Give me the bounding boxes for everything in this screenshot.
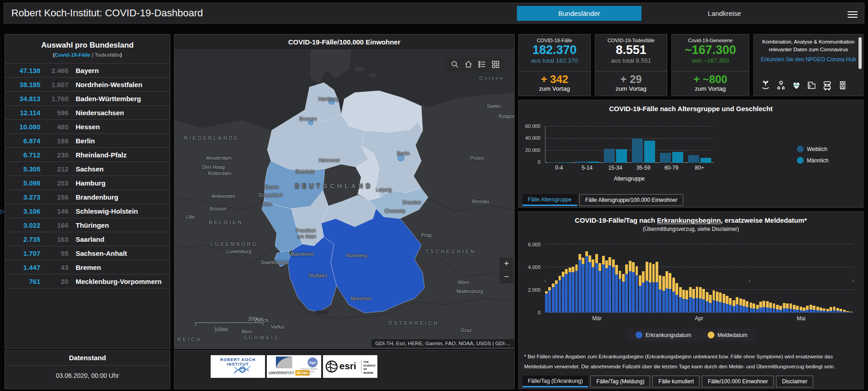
age-x-labels: 0-45-1415-3435-5960-7980+ <box>545 165 714 171</box>
state-row-Niedersachsen[interactable]: 12.114596Niedersachsen <box>5 105 170 119</box>
state-row-Sachsen-Anhalt[interactable]: 1.70755Sachsen-Anhalt <box>5 246 170 260</box>
state-row-Berlin[interactable]: 6.874198Berlin <box>5 133 170 147</box>
daily-bar <box>706 292 709 313</box>
month-separator <box>649 244 649 313</box>
legend-label: Meldedatum <box>718 332 747 338</box>
daily-bar <box>699 287 702 313</box>
legend-item-Männlich[interactable]: Männlich <box>797 157 829 164</box>
tab-faelle-altersgruppe[interactable]: Fälle Altersgruppe <box>522 194 577 206</box>
location-houses-icon[interactable] <box>774 78 788 92</box>
legend-dot <box>708 332 714 338</box>
state-row-Brandenburg[interactable]: 3.273156Brandenburg <box>5 190 170 204</box>
traffic-cars-icon[interactable] <box>820 78 834 92</box>
search-icon[interactable] <box>448 58 462 71</box>
month-label-Mär: Mär <box>592 315 602 322</box>
state-row-Bayern[interactable]: 47.1382.466Bayern <box>5 63 170 77</box>
daily-title-underlined[interactable]: Erkrankungsbeginn <box>657 216 721 224</box>
legend-item-Erkrankungsdatum[interactable]: Erkrankungsdatum <box>636 332 691 338</box>
month-tick <box>853 280 854 282</box>
state-name: Sachsen-Anhalt <box>76 249 127 257</box>
plant-hand-icon[interactable] <box>758 78 772 92</box>
age-x-label: 35-59 <box>629 165 657 171</box>
daily-title-post: , ersatzweise Meldedatum* <box>721 216 807 224</box>
state-name: Brandenburg <box>76 193 118 201</box>
daily-bar <box>696 287 699 313</box>
state-row-Nordrhein-Westfalen[interactable]: 38.1851.607Nordrhein-Westfalen <box>5 77 170 91</box>
uni-bonn-logo[interactable]: UNIVERSITÄTBONN ihph Institut für Hygien… <box>267 355 321 378</box>
bar-Weiblich-80+ <box>688 155 699 163</box>
home-icon[interactable] <box>462 58 475 71</box>
esri-logo[interactable]: esri THE SCIENCE OF WHERE <box>323 355 377 378</box>
state-row-Thüringen[interactable]: 3.022166Thüringen <box>5 218 170 232</box>
state-row-Hessen[interactable]: 10.080480Hessen <box>5 119 170 133</box>
subtitle-cases-label[interactable]: Covid-19-Fälle <box>55 52 91 58</box>
state-row-Bremen[interactable]: 1.44743Bremen <box>5 260 170 274</box>
daily-bars <box>545 244 853 313</box>
state-row-Saarland[interactable]: 2.735163Saarland <box>5 232 170 246</box>
hub-link[interactable]: Erkunden Sie den NPGEO Corona Hub <box>754 56 863 63</box>
state-deaths: 596 <box>40 109 68 117</box>
state-row-Schleswig-Holstein[interactable]: 3.106146Schleswig-Holstein <box>5 204 170 218</box>
ihph-logo: ihph <box>308 357 318 367</box>
state-row-Mecklenburg-Vorpommern[interactable]: 76120Mecklenburg-Vorpommern <box>5 274 170 288</box>
tab-landkreise[interactable]: Landkreise <box>679 6 770 21</box>
basemap-icon[interactable] <box>489 58 502 71</box>
daily-bar <box>786 303 789 313</box>
panel-expand-arrow-icon[interactable]: ▷ <box>0 208 5 215</box>
tab-faelle-100k[interactable]: Fälle/100.000 Einwohner <box>702 376 774 387</box>
health-heart-icon[interactable] <box>789 78 803 92</box>
germany-choropleth-map[interactable]: OstseeStettinBydgoszczHamburgBremenHanno… <box>174 50 514 349</box>
legend-item-Meldedatum[interactable]: Meldedatum <box>708 332 747 338</box>
zoom-in-button[interactable]: + <box>500 258 513 270</box>
daily-chart-panel: COVID-19-Fälle/Tag nach Erkrankungsbegin… <box>518 211 863 389</box>
daily-tabs: Fälle/Tag (Erkrankung) Fälle/Tag (Meldun… <box>522 376 813 387</box>
tab-faelle-tag-erkrankung[interactable]: Fälle/Tag (Erkrankung) <box>522 376 588 387</box>
state-name: Hamburg <box>76 179 106 187</box>
bell-tower-icon[interactable] <box>835 78 849 92</box>
map-label: Düsseldorf <box>259 192 283 198</box>
hub-description: Kombination, Analyse & Kommunikation rel… <box>760 38 857 53</box>
state-cases: 6.712 <box>5 151 40 159</box>
state-cases: 6.874 <box>5 137 40 145</box>
daily-bar <box>776 305 779 313</box>
legend-item-Weiblich[interactable]: Weiblich <box>797 146 829 152</box>
daily-bar <box>806 306 809 313</box>
daily-bar <box>800 307 802 313</box>
daily-bar <box>796 306 799 313</box>
bar-Männlich-60-79 <box>672 152 683 163</box>
map-region-icon[interactable] <box>805 78 819 92</box>
daily-chart-title: COVID-19-Fälle/Tag nach Erkrankungsbegin… <box>519 216 863 224</box>
daily-bar <box>652 264 655 313</box>
cases-label: COVID-19-Fälle <box>519 38 590 43</box>
hamburger-menu-icon[interactable] <box>848 10 858 17</box>
state-deaths: 253 <box>40 179 68 187</box>
tab-faelle-tag-meldung[interactable]: Fälle/Tag (Meldung) <box>590 376 650 387</box>
tab-bundeslaender[interactable]: Bundesländer <box>517 6 641 21</box>
age-group-5-14 <box>573 127 601 163</box>
daily-bar <box>659 275 661 313</box>
state-deaths: 230 <box>40 151 68 159</box>
uni-bonn-glyph <box>276 357 292 368</box>
daily-bar <box>829 307 832 313</box>
subtitle-deaths-label[interactable]: Todesfälle <box>95 52 120 58</box>
daily-bar <box>836 308 839 313</box>
tab-faelle-altersgruppe-100k[interactable]: Fälle Altersgruppe/100.000 Einwohner <box>579 194 683 206</box>
state-list: 47.1382.466Bayern38.1851.607Nordrhein-We… <box>5 63 170 288</box>
state-row-Sachsen[interactable]: 5.305212Sachsen <box>5 161 170 176</box>
daily-bar <box>665 271 668 313</box>
legend-list-icon[interactable] <box>475 58 489 71</box>
state-row-Baden-Württemberg[interactable]: 34.8131.760Baden-Württemberg <box>5 91 170 105</box>
rki-logo[interactable]: ROBERT KOCH INSTITUT <box>211 355 265 378</box>
map-label: Antwerpen <box>212 193 236 199</box>
zoom-out-button[interactable]: − <box>500 270 513 283</box>
tab-disclaimer[interactable]: Disclaimer <box>776 376 813 387</box>
state-row-Hamburg[interactable]: 5.098253Hamburg <box>5 176 170 190</box>
hub-scrollbar[interactable] <box>858 37 862 93</box>
deaths-caption: zum Vortag <box>595 85 667 92</box>
tab-faelle-kumuliert[interactable]: Fälle kumuliert <box>652 376 699 387</box>
state-deaths: 1.760 <box>40 95 68 103</box>
scale-km: 200km <box>195 316 263 322</box>
age-x-label: 15-34 <box>601 165 629 171</box>
state-row-Rheinland-Pfalz[interactable]: 6.712230Rheinland-Pfalz <box>5 147 170 161</box>
cases-caption: zum Vortag <box>519 85 590 92</box>
